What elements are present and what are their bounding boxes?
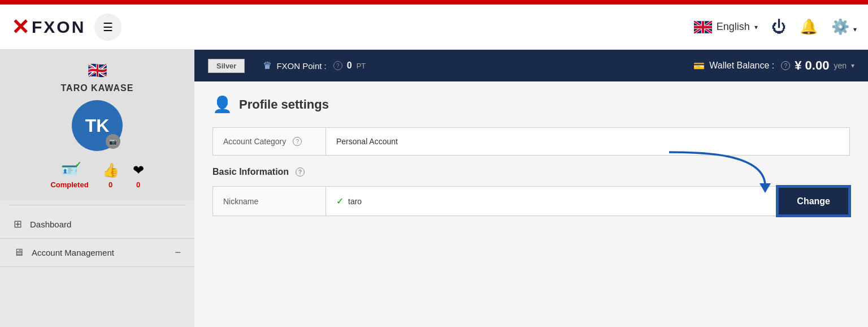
sidebar-user-section: 🇬🇧 TARO KAWASE TK 📷 🪪 ✓ Completed 👍 — [0, 50, 194, 200]
logo-area: ✕ FXON ☰ — [11, 14, 121, 41]
verified-check-icon: ✓ — [75, 160, 81, 169]
nickname-label-cell: Nickname — [213, 187, 326, 216]
sidebar-item-dashboard[interactable]: ⊞ Dashboard — [0, 210, 194, 239]
user-stats: 🪪 ✓ Completed 👍 0 ❤ 0 — [50, 162, 144, 189]
completed-label: Completed — [50, 180, 88, 189]
silver-badge: Silver — [208, 61, 245, 71]
monitor-icon: 🖥 — [14, 247, 24, 259]
camera-badge[interactable]: 📷 — [106, 134, 120, 149]
header: ✕ FXON ☰ English ▾ ⏻ 🔔 ⚙️ ▾ — [0, 5, 868, 50]
wallet-dropdown-icon[interactable]: ▾ — [851, 62, 854, 70]
likes-count: 0 — [108, 180, 112, 189]
account-category-value-cell: Personal Account — [326, 128, 849, 155]
dark-top-bar: Silver ♛ FXON Point : ? 0 PT 💳 Wallet Ba… — [194, 50, 868, 81]
nickname-wrapper: Nickname ✓ taro Change — [212, 186, 850, 216]
wallet-balance-section: 💳 Wallet Balance : ? ¥ 0.00 yen ▾ — [693, 58, 854, 73]
content-area: Silver ♛ FXON Point : ? 0 PT 💳 Wallet Ba… — [194, 50, 868, 327]
fxon-point-value: 0 — [347, 61, 352, 71]
account-category-label: Account Category — [223, 137, 286, 146]
fxon-point-help-icon[interactable]: ? — [333, 61, 342, 70]
power-button[interactable]: ⏻ — [771, 18, 786, 36]
collapse-icon: − — [175, 247, 181, 259]
account-category-row: Account Category ? Personal Account — [212, 127, 850, 156]
wallet-balance-unit: yen — [834, 61, 847, 70]
sidebar-divider-1 — [9, 205, 185, 205]
settings-icon: ⚙️ — [831, 18, 849, 35]
fxon-point-unit: PT — [357, 62, 366, 70]
account-category-label-cell: Account Category ? — [213, 128, 326, 155]
logo-x-icon: ✕ — [11, 16, 29, 38]
nickname-value: taro — [348, 197, 362, 206]
avatar-container: TK 📷 — [72, 100, 123, 151]
wallet-balance-label: Wallet Balance : — [709, 61, 774, 71]
change-button[interactable]: Change — [778, 187, 849, 216]
top-red-bar — [0, 0, 868, 5]
stat-verification: 🪪 ✓ Completed — [50, 162, 88, 189]
stat-favorites: ❤ 0 — [133, 162, 144, 189]
user-country-flag: 🇬🇧 — [88, 61, 107, 80]
profile-title-section: 👤 Profile settings — [212, 95, 850, 114]
settings-button[interactable]: ⚙️ ▾ — [831, 18, 857, 36]
account-management-label: Account Management — [32, 248, 114, 257]
language-label: English — [717, 21, 750, 33]
wallet-balance-value: ¥ 0.00 — [795, 58, 829, 73]
logo[interactable]: ✕ FXON — [11, 16, 85, 38]
bell-icon: 🔔 — [800, 18, 818, 35]
settings-dropdown-icon: ▾ — [853, 25, 857, 33]
notifications-button[interactable]: 🔔 — [800, 18, 818, 36]
wallet-icon: 💳 — [693, 61, 705, 71]
silver-badge-label: Silver — [208, 59, 245, 73]
thumbs-up-icon: 👍 — [102, 162, 119, 178]
crown-icon: ♛ — [263, 59, 272, 72]
wallet-help-icon[interactable]: ? — [781, 61, 790, 70]
basic-information-label-section: Basic Information ? — [212, 167, 850, 177]
basic-information-section: Basic Information ? Nickname — [212, 167, 850, 216]
verification-icon-wrapper: 🪪 ✓ — [61, 162, 78, 178]
language-dropdown-icon: ▾ — [754, 23, 758, 31]
sidebar: 🇬🇧 TARO KAWASE TK 📷 🪪 ✓ Completed 👍 — [0, 50, 194, 327]
dashboard-label: Dashboard — [30, 220, 71, 229]
fxon-point-section: ♛ FXON Point : ? 0 PT — [263, 59, 366, 72]
nickname-verified-icon: ✓ — [336, 196, 344, 206]
uk-flag-icon — [694, 21, 712, 33]
account-category-help-icon[interactable]: ? — [293, 137, 302, 146]
user-name: TARO KAWASE — [61, 83, 134, 93]
account-category-value: Personal Account — [336, 137, 398, 146]
basic-information-help-icon[interactable]: ? — [296, 167, 305, 177]
nickname-value-cell: ✓ taro — [326, 187, 778, 216]
main-layout: 🇬🇧 TARO KAWASE TK 📷 🪪 ✓ Completed 👍 — [0, 50, 868, 327]
basic-information-label: Basic Information — [212, 167, 289, 177]
language-selector[interactable]: English ▾ — [694, 21, 758, 33]
heart-icon: ❤ — [133, 162, 144, 178]
sidebar-item-account-management[interactable]: 🖥 Account Management − — [0, 239, 194, 267]
nickname-row: Nickname ✓ taro Change — [212, 186, 850, 216]
profile-content: 👤 Profile settings Account Category ? Pe… — [194, 81, 868, 327]
logo-text: FXON — [32, 18, 85, 37]
stat-likes: 👍 0 — [102, 162, 119, 189]
hamburger-button[interactable]: ☰ — [94, 14, 121, 41]
camera-icon: 📷 — [109, 138, 117, 145]
page-title: Profile settings — [239, 97, 329, 112]
fxon-point-label: FXON Point : — [276, 61, 326, 71]
profile-user-icon: 👤 — [212, 95, 232, 114]
header-right: English ▾ ⏻ 🔔 ⚙️ ▾ — [694, 18, 857, 36]
nickname-label: Nickname — [223, 197, 258, 206]
dashboard-icon: ⊞ — [14, 218, 22, 230]
favorites-count: 0 — [136, 180, 140, 189]
account-category-section: Account Category ? Personal Account — [212, 127, 850, 156]
